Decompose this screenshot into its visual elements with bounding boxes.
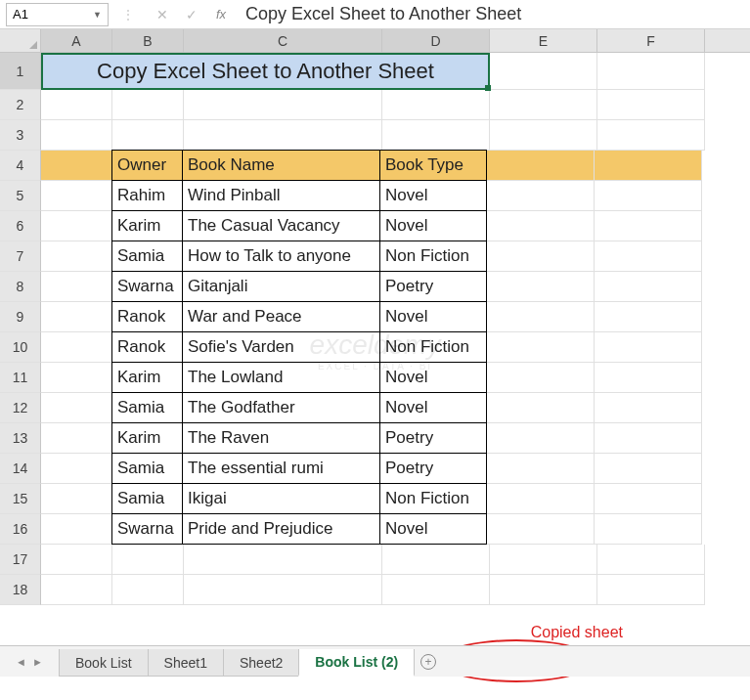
cell[interactable] [487,393,595,423]
cell[interactable] [184,545,382,575]
cell[interactable]: Book Name [182,150,380,181]
cell[interactable] [487,363,595,393]
cell[interactable] [597,545,705,575]
cell[interactable] [487,454,595,484]
cell[interactable] [41,211,112,241]
row-header[interactable]: 17 [0,545,41,575]
cell[interactable] [184,90,382,120]
cell[interactable]: Poetry [379,271,487,302]
cell[interactable] [41,302,112,332]
chevron-left-icon[interactable]: ◄ [16,656,26,668]
cell[interactable]: The Lowland [182,362,380,393]
cell[interactable]: Novel [379,210,487,241]
cell[interactable] [41,575,112,605]
cell[interactable]: Sofie's Varden [182,331,380,363]
cell[interactable] [595,302,702,332]
cell[interactable] [382,90,490,120]
fx-icon[interactable]: fx [206,7,236,22]
cell[interactable]: Book Type [379,150,487,181]
cell[interactable] [184,575,382,605]
col-header-e[interactable]: E [490,29,597,52]
row-header[interactable]: 12 [0,393,41,423]
cell[interactable] [112,90,184,120]
cell[interactable] [595,423,702,454]
cell[interactable]: Wind Pinball [182,180,380,211]
cell[interactable] [490,575,597,605]
cell[interactable] [490,53,597,90]
cell[interactable]: Ikigai [182,483,380,514]
cell[interactable] [41,120,112,151]
cell[interactable]: Karim [111,210,183,241]
title-merged-cell[interactable]: Copy Excel Sheet to Another Sheet [41,53,490,90]
cell[interactable] [595,151,702,181]
cell[interactable]: Non Fiction [379,241,487,272]
cell[interactable]: Karim [111,362,183,393]
cell[interactable] [41,393,112,423]
cell[interactable]: The essential rumi [182,453,380,484]
row-header[interactable]: 5 [0,181,41,211]
cell[interactable] [595,332,702,363]
cell[interactable] [595,484,702,514]
cell[interactable]: Non Fiction [379,483,487,514]
cell[interactable]: Samia [111,453,183,484]
cell[interactable] [595,393,702,423]
cell[interactable] [112,120,184,151]
cell[interactable]: Gitanjali [182,271,380,302]
sheet-tab[interactable]: Book List (2) [298,649,415,677]
cell[interactable] [41,363,112,393]
cell[interactable] [382,545,490,575]
sheet-tab[interactable]: Sheet2 [223,649,299,677]
cell[interactable]: Ranok [111,331,183,363]
select-all-corner[interactable] [0,29,41,52]
row-header[interactable]: 4 [0,151,41,181]
row-header[interactable]: 2 [0,90,41,120]
formula-bar-input[interactable]: Copy Excel Sheet to Another Sheet [236,4,750,24]
row-header[interactable]: 10 [0,332,41,363]
cell[interactable]: Non Fiction [379,331,487,363]
cell[interactable]: Swarna [111,271,183,302]
cell[interactable] [487,151,595,181]
cell[interactable] [595,272,702,302]
cell[interactable] [487,514,595,545]
cell[interactable]: Rahim [111,180,183,211]
row-header[interactable]: 7 [0,241,41,272]
name-box[interactable]: A1 ▼ [6,3,109,26]
row-header[interactable]: 6 [0,211,41,241]
cell[interactable]: Samia [111,483,183,514]
chevron-down-icon[interactable]: ▼ [93,10,102,20]
cell[interactable]: Owner [111,150,183,181]
row-header[interactable]: 16 [0,514,41,545]
row-header[interactable]: 13 [0,423,41,454]
cell[interactable] [41,90,112,120]
cell[interactable] [41,181,112,211]
cell[interactable]: Novel [379,301,487,332]
cell[interactable] [41,241,112,272]
cell[interactable]: Novel [379,362,487,393]
cell[interactable] [595,211,702,241]
col-header-b[interactable]: B [112,29,184,52]
cell[interactable] [487,241,595,272]
cell[interactable] [41,514,112,545]
cell[interactable] [597,575,705,605]
tab-nav-arrows[interactable]: ◄ ► [0,656,59,668]
cell[interactable] [382,120,490,151]
cell[interactable] [41,484,112,514]
cell[interactable] [487,181,595,211]
col-header-f[interactable]: F [597,29,705,52]
col-header-d[interactable]: D [382,29,490,52]
cell[interactable]: Samia [111,241,183,272]
col-header-a[interactable]: A [41,29,112,52]
cell[interactable] [487,423,595,454]
cell[interactable] [595,514,702,545]
cell[interactable]: Novel [379,392,487,423]
cell[interactable]: Novel [379,513,487,545]
cell[interactable]: The Casual Vacancy [182,210,380,241]
col-header-c[interactable]: C [184,29,382,52]
cell[interactable] [597,53,705,90]
cell[interactable] [595,363,702,393]
cell[interactable]: Poetry [379,422,487,454]
cell[interactable] [487,484,595,514]
cell[interactable]: Pride and Prejudice [182,513,380,545]
cell[interactable] [184,120,382,151]
sheet-tab[interactable]: Book List [59,649,149,677]
